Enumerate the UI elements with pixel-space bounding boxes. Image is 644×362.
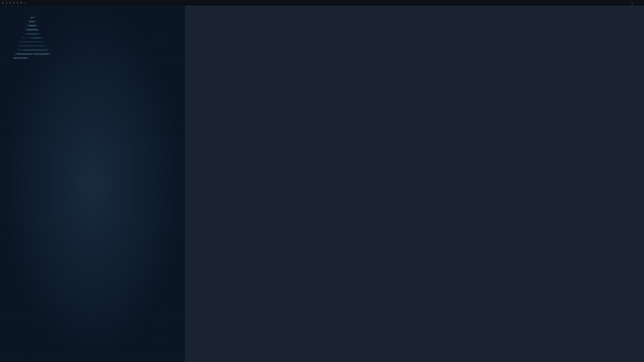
workspace-indicator[interactable]: 1 [2,1,4,5]
cpu-info: | [631,1,633,5]
workspace-indicator[interactable]: 2 [6,1,8,5]
workspace-indicator[interactable]: 4 [13,1,15,5]
workspace-indicator[interactable]: 3 [9,1,11,5]
topbar-left: 1 2 3 4 5 6 + [2,1,30,5]
workspace-indicator[interactable]: 6 [20,1,22,5]
workspace-indicator[interactable]: 5 [17,1,19,5]
topbar-right: | [631,1,642,5]
topbar: 1 2 3 4 5 6 + | [0,0,644,6]
left-terminal: -` .o+` `ooo/ `+oooo: `+oooooo: -+oooooo… [0,6,185,362]
